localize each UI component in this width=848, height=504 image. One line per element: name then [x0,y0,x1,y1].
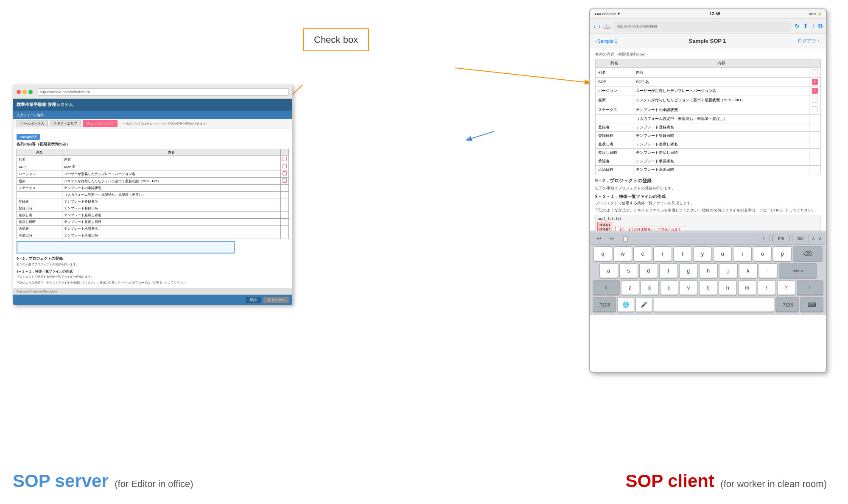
row-checkbox[interactable] [281,156,289,163]
ipad-row-checkbox[interactable] [809,140,821,149]
key-h[interactable]: h [699,263,718,278]
ok-button[interactable]: 確認 [246,297,261,303]
table-row: 登録者 テンプレート登録者名 [17,198,289,205]
manage-button[interactable]: manage管理 [17,134,40,140]
logout-button[interactable]: ログアウト [798,38,821,44]
tab-textarea[interactable]: テキストエリア [50,120,81,127]
ipad-address-bar[interactable]: sop.example.com/client [613,21,792,32]
add-tab-icon[interactable]: + [812,22,815,30]
undo-button[interactable]: ↩ [594,235,604,242]
ipad-row-content: システムが付与したリビジョンに基づく最新状態（YES・NO） [633,95,809,105]
back-browser-button[interactable]: ‹ [593,22,596,30]
ipad-row-checkbox[interactable] [809,115,821,123]
row-col: 列名 [17,156,62,163]
table-row: SOP SOP 名 [17,163,289,170]
row-checkbox[interactable] [281,232,289,239]
row-checkbox[interactable] [281,185,289,192]
key-g[interactable]: g [679,263,698,278]
key-q[interactable]: q [593,246,612,262]
close-dot[interactable] [17,90,21,94]
bookmarks-icon[interactable]: 📖 [603,23,610,30]
key-keyboard[interactable]: ⌨ [800,297,823,312]
key-s[interactable]: s [619,263,638,278]
key-y[interactable]: y [693,246,712,262]
tab-checkbox[interactable]: チェックボックス [83,120,118,127]
ipad-row-content: テンプレート差戻し者名 [633,140,809,149]
ipad-row-checkbox[interactable] [809,132,821,140]
key-i[interactable]: i [733,246,752,262]
key-mic[interactable]: 🎤 [635,297,652,312]
cancel-button[interactable]: キャンセル [263,297,289,303]
refresh-icon[interactable]: ↻ [795,22,800,30]
row-checkbox[interactable] [281,219,289,226]
key-v[interactable]: v [680,280,698,295]
nav-item[interactable]: 入力フォーム編集 [17,113,44,117]
key-u[interactable]: u [713,246,732,262]
key-t[interactable]: t [673,246,692,262]
server-textarea[interactable] [17,241,235,253]
chevron-up-icon[interactable]: ∧ [812,236,815,242]
ipad-row-checkbox[interactable] [809,166,821,174]
ipad-row-checkbox[interactable] [809,95,821,105]
keyboard-row-3: ⇧ z x c v b n m ! ? ⇧ [591,279,825,296]
row-checkbox[interactable] [281,212,289,219]
share-icon[interactable]: ⬆ [803,22,808,30]
key-n[interactable]: n [719,280,737,295]
key-m[interactable]: m [738,280,756,295]
key-exclaim[interactable]: ! [758,280,776,295]
row-checkbox[interactable] [281,170,289,178]
ipad-row-checkbox[interactable] [809,157,821,166]
battery-icon: 🔋 [817,12,822,16]
row-checkbox[interactable] [281,226,289,232]
minimize-dot[interactable] [22,90,27,94]
autocomplete-but[interactable]: but [792,235,809,242]
row-checkbox[interactable] [281,178,289,185]
key-num-right[interactable]: .?123 [775,297,799,312]
key-o[interactable]: o [753,246,772,262]
chevron-down-icon[interactable]: ∨ [818,236,822,242]
ipad-row-checkbox[interactable] [809,105,821,115]
row-checkbox[interactable] [281,198,289,205]
paste-button[interactable]: 📋 [620,235,631,242]
key-b[interactable]: b [699,280,717,295]
tabs-icon[interactable]: ⧉ [818,22,823,30]
forward-browser-button[interactable]: › [598,22,600,30]
back-button[interactable]: ‹ Sample 1 [595,39,617,44]
row-checkbox[interactable] [281,205,289,212]
key-w[interactable]: w [613,246,632,262]
tab-toolbox[interactable]: ツールボックス [17,120,48,127]
ipad-row-checkbox[interactable] [809,68,821,78]
redo-button[interactable]: ↪ [607,235,616,242]
autocomplete-the[interactable]: the [772,235,789,242]
key-c[interactable]: c [660,280,678,295]
ipad-row-checkbox[interactable] [809,149,821,157]
key-a[interactable]: a [599,263,618,278]
key-l[interactable]: l [759,263,778,278]
key-j[interactable]: j [719,263,738,278]
key-emoji[interactable]: 🌐 [617,297,634,312]
key-return[interactable]: return [779,263,817,278]
key-shift[interactable]: ⇧ [593,280,620,295]
key-d[interactable]: d [639,263,658,278]
ipad-row-checkbox[interactable]: ✓ [809,86,821,95]
key-r[interactable]: r [653,246,672,262]
key-f[interactable]: f [659,263,678,278]
maximize-dot[interactable] [28,90,33,94]
key-num[interactable]: .?123 [593,297,616,312]
ipad-row-checkbox[interactable]: ✓ [809,78,821,86]
row-checkbox[interactable] [281,163,289,170]
key-z[interactable]: z [621,280,639,295]
key-shift-right[interactable]: ⇧ [797,280,824,295]
row-col: 登録日時 [17,205,62,212]
ipad-row-checkbox[interactable] [809,123,821,132]
key-x[interactable]: x [641,280,659,295]
key-question[interactable]: ? [777,280,795,295]
key-p[interactable]: p [773,246,792,262]
autocomplete-i[interactable]: I [758,235,770,242]
key-k[interactable]: k [739,263,758,278]
key-space[interactable] [654,297,774,312]
row-checkbox[interactable] [281,192,289,198]
status-bar: Standard Operating Procedure [13,288,292,295]
key-e[interactable]: e [633,246,652,262]
key-backspace[interactable]: ⌫ [793,246,823,262]
